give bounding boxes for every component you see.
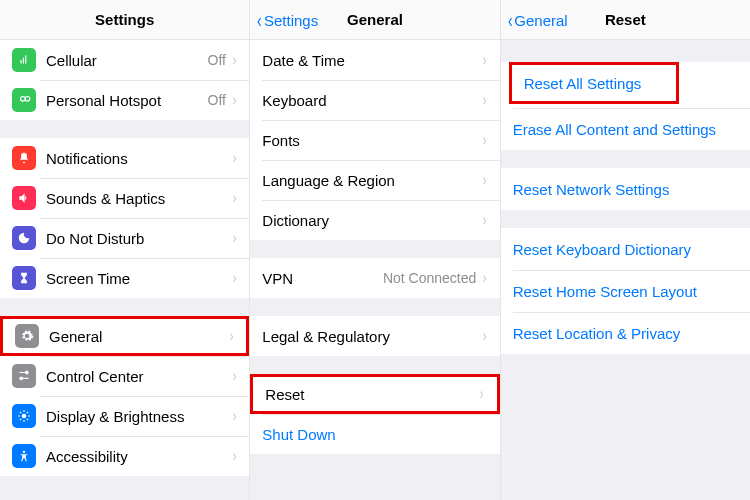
reset-group-2: Reset Network Settings [501,168,750,210]
screentime-label: Screen Time [46,270,232,287]
chevron-right-icon: › [480,385,484,403]
row-hotspot[interactable]: Personal Hotspot Off › [0,80,249,120]
datetime-label: Date & Time [262,52,482,69]
chevron-right-icon: › [233,407,237,425]
cellular-icon [12,48,36,72]
reset-keyboard-label: Reset Keyboard Dictionary [513,241,738,258]
chevron-right-icon: › [230,327,234,345]
reset-group-1: Reset All Settings Erase All Content and… [501,62,750,150]
chevron-right-icon: › [233,367,237,385]
row-controlcenter[interactable]: Control Center › [0,356,249,396]
hotspot-icon [12,88,36,112]
chevron-right-icon: › [483,171,487,189]
vpn-label: VPN [262,270,383,287]
chevron-right-icon: › [483,131,487,149]
settings-title: Settings [95,11,154,28]
chevron-right-icon: › [233,51,237,69]
row-reset-all[interactable]: Reset All Settings [509,62,679,104]
legal-label: Legal & Regulatory [262,328,482,345]
back-label: Settings [264,12,318,29]
hourglass-icon [12,266,36,290]
row-general[interactable]: General › [0,316,249,356]
row-legal[interactable]: Legal & Regulatory › [250,316,499,356]
accessibility-label: Accessibility [46,448,232,465]
row-screentime[interactable]: Screen Time › [0,258,249,298]
general-navbar: ‹ Settings General [250,0,499,40]
general-group-vpn: VPN Not Connected › [250,258,499,298]
reset-label: Reset [265,386,479,403]
erase-all-label: Erase All Content and Settings [513,121,738,138]
row-reset[interactable]: Reset › [250,374,499,414]
general-group-legal: Legal & Regulatory › [250,316,499,356]
settings-navbar: Settings [0,0,249,40]
row-vpn[interactable]: VPN Not Connected › [250,258,499,298]
row-reset-keyboard[interactable]: Reset Keyboard Dictionary [501,228,750,270]
bell-icon [12,146,36,170]
row-sounds[interactable]: Sounds & Haptics › [0,178,249,218]
row-language[interactable]: Language & Region › [250,160,499,200]
row-erase-all[interactable]: Erase All Content and Settings [501,108,750,150]
spacer [501,40,750,58]
reset-network-label: Reset Network Settings [513,181,738,198]
chevron-right-icon: › [233,229,237,247]
reset-navbar: ‹ General Reset [501,0,750,40]
settings-group-alerts: Notifications › Sounds & Haptics › Do No… [0,138,249,298]
language-label: Language & Region [262,172,482,189]
chevron-right-icon: › [483,211,487,229]
row-accessibility[interactable]: Accessibility › [0,436,249,476]
chevron-right-icon: › [233,189,237,207]
person-icon [12,444,36,468]
cellular-label: Cellular [46,52,208,69]
three-pane-tutorial: Settings Cellular Off › Personal Hotspot… [0,0,750,500]
reset-group-3: Reset Keyboard Dictionary Reset Home Scr… [501,228,750,354]
chevron-right-icon: › [233,269,237,287]
row-notifications[interactable]: Notifications › [0,138,249,178]
row-keyboard[interactable]: Keyboard › [250,80,499,120]
svg-point-0 [22,414,27,419]
fonts-label: Fonts [262,132,482,149]
vpn-detail: Not Connected [383,270,476,286]
general-title: General [347,11,403,28]
chevron-left-icon: ‹ [257,10,262,30]
hotspot-detail: Off [208,92,226,108]
row-dictionary[interactable]: Dictionary › [250,200,499,240]
chevron-right-icon: › [233,91,237,109]
row-reset-location[interactable]: Reset Location & Privacy [501,312,750,354]
back-to-general[interactable]: ‹ General [507,0,568,40]
row-reset-home[interactable]: Reset Home Screen Layout [501,270,750,312]
reset-location-label: Reset Location & Privacy [513,325,738,342]
chevron-right-icon: › [483,91,487,109]
row-dnd[interactable]: Do Not Disturb › [0,218,249,258]
row-fonts[interactable]: Fonts › [250,120,499,160]
moon-icon [12,226,36,250]
dictionary-label: Dictionary [262,212,482,229]
reset-home-label: Reset Home Screen Layout [513,283,738,300]
row-reset-network[interactable]: Reset Network Settings [501,168,750,210]
row-datetime[interactable]: Date & Time › [250,40,499,80]
hotspot-label: Personal Hotspot [46,92,208,109]
general-group-reset: Reset › Shut Down [250,374,499,454]
cellular-detail: Off [208,52,226,68]
back-to-settings[interactable]: ‹ Settings [256,0,318,40]
back-label: General [514,12,567,29]
settings-group-network: Cellular Off › Personal Hotspot Off › [0,40,249,120]
reset-content: Reset All Settings Erase All Content and… [501,40,750,500]
gear-icon [15,324,39,348]
settings-content: Cellular Off › Personal Hotspot Off › No… [0,40,249,500]
switches-icon [12,364,36,388]
shutdown-label: Shut Down [262,426,487,443]
display-label: Display & Brightness [46,408,232,425]
general-pane: ‹ Settings General Date & Time › Keyboar… [250,0,500,500]
chevron-left-icon: ‹ [508,10,513,30]
row-shutdown[interactable]: Shut Down [250,414,499,454]
reset-all-label: Reset All Settings [524,75,664,92]
chevron-right-icon: › [233,447,237,465]
row-cellular[interactable]: Cellular Off › [0,40,249,80]
chevron-right-icon: › [483,51,487,69]
row-display[interactable]: Display & Brightness › [0,396,249,436]
dnd-label: Do Not Disturb [46,230,232,247]
keyboard-label: Keyboard [262,92,482,109]
general-group-1: Date & Time › Keyboard › Fonts › Languag… [250,40,499,240]
reset-title: Reset [605,11,646,28]
chevron-right-icon: › [233,149,237,167]
